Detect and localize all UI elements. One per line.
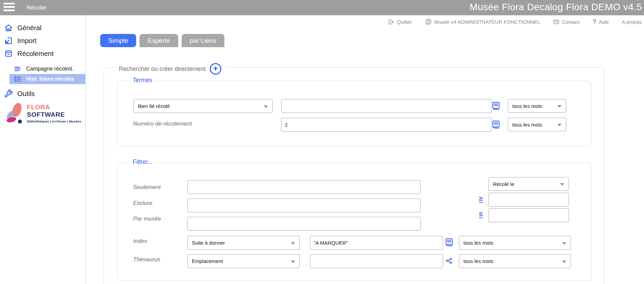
term-field-select[interactable]: Bien lié récolé: [133, 99, 273, 113]
termes-legend: Termes: [133, 77, 152, 84]
seulement-label: Seulement: [133, 184, 161, 191]
tab-par-liens[interactable]: par Liens: [182, 34, 224, 47]
date-field-select[interactable]: Récolé le: [489, 177, 569, 191]
help-link[interactable]: ? Aide: [592, 18, 609, 25]
flora-software-logo: FLORA SOFTWARE Bibliothèques | Archives …: [5, 100, 83, 127]
thesaurus-value-input[interactable]: [310, 254, 443, 268]
hamburger-menu-icon[interactable]: [3, 3, 15, 12]
lookup-book-icon[interactable]: [492, 102, 500, 110]
flora-petals-icon: [5, 100, 24, 127]
question-icon: ?: [592, 18, 596, 25]
filtrer-legend: Filtrer...: [133, 158, 152, 166]
lte-operator[interactable]: ≤: [479, 210, 483, 218]
home-icon: [4, 23, 13, 32]
exclure-label: Exclure: [133, 200, 152, 207]
term-match-select[interactable]: tous les mots: [508, 99, 566, 113]
quit-link[interactable]: Quitter: [388, 19, 412, 25]
thesaurus-match-select[interactable]: tous les mots: [459, 254, 571, 268]
wrench-icon: [4, 89, 13, 98]
search-or-create-legend: Rechercher ou créer directement +: [115, 63, 225, 75]
numero-recolement-label: Numéro de récolement: [133, 120, 192, 127]
logout-icon: [388, 19, 394, 25]
top-bar: Récoler Musée Flora Decalog Flora DEMO v…: [0, 0, 644, 15]
search-mode-tabs: Simple Experte par Liens: [100, 34, 224, 47]
index-match-select[interactable]: tous les mots: [459, 236, 571, 250]
brand-tagline: Bibliothèques | Archives | Musées: [27, 119, 83, 123]
index-label: Index: [133, 238, 147, 245]
about-link[interactable]: A propos: [622, 19, 642, 25]
lookup-book-icon[interactable]: [492, 120, 500, 129]
sidebar-item-outils[interactable]: Outils: [4, 89, 35, 98]
sidebar: Général Import Récolement Campagne récol…: [0, 15, 86, 284]
par-musee-input[interactable]: [187, 217, 421, 231]
lookup-book-icon[interactable]: [445, 238, 453, 246]
brand-flora: FLORA: [27, 103, 50, 111]
sidebar-item-general[interactable]: Général: [4, 23, 41, 32]
index-value-input[interactable]: [310, 236, 443, 250]
import-icon: [4, 36, 13, 45]
mail-icon: [553, 19, 559, 25]
seulement-input[interactable]: [187, 180, 421, 194]
archive-box-icon: [4, 49, 13, 58]
termes-group: Termes Bien lié récolé tous les mots Num…: [117, 81, 591, 146]
create-plus-button[interactable]: +: [210, 63, 221, 75]
module-title: Récoler: [26, 0, 47, 15]
date-lte-input[interactable]: [489, 208, 569, 222]
exclure-input[interactable]: [187, 198, 421, 212]
tab-simple[interactable]: Simple: [100, 34, 136, 47]
date-gte-input[interactable]: [489, 193, 569, 207]
contact-link[interactable]: Contact: [553, 19, 579, 25]
brand-software: SOFTWARE: [27, 111, 65, 118]
term-value-input[interactable]: [281, 99, 492, 113]
share-network-icon[interactable]: [445, 257, 453, 265]
sidebar-item-import[interactable]: Import: [4, 36, 37, 45]
sidebar-item-campagne[interactable]: Campagne récolmt.: [14, 65, 74, 73]
filtrer-group: Filtrer... Seulement Exclure Par musée I…: [117, 163, 591, 281]
sidebar-item-recolement[interactable]: Récolement: [4, 49, 54, 58]
user-icon: [425, 18, 432, 25]
user-link[interactable]: Musée v4 ADMINISTRATEUR FONCTIONNEL: [425, 18, 540, 25]
thesaurus-field-select[interactable]: Emplacement: [187, 254, 300, 268]
numero-match-select[interactable]: tous les mots: [508, 118, 566, 131]
par-musee-label: Par musée: [133, 215, 161, 222]
thesaurus-label: Thésaurus: [133, 256, 160, 263]
tab-experte[interactable]: Experte: [140, 34, 178, 47]
sidebar-item-hist-biens-recoles[interactable]: Hist. biens récolés: [10, 74, 86, 84]
app-title: Musée Flora Decalog Flora DEMO v4.5: [470, 2, 642, 13]
search-or-create-group: Rechercher ou créer directement + Termes…: [104, 67, 604, 284]
numero-recolement-input[interactable]: [281, 118, 492, 132]
checklist-icon: [14, 75, 22, 83]
index-field-select[interactable]: Suite à donner: [187, 236, 300, 250]
header-links-row: Quitter Musée v4 ADMINISTRATEUR FONCTION…: [86, 15, 644, 28]
list-lines-icon: [14, 65, 22, 73]
gte-operator[interactable]: ≥: [479, 195, 483, 203]
